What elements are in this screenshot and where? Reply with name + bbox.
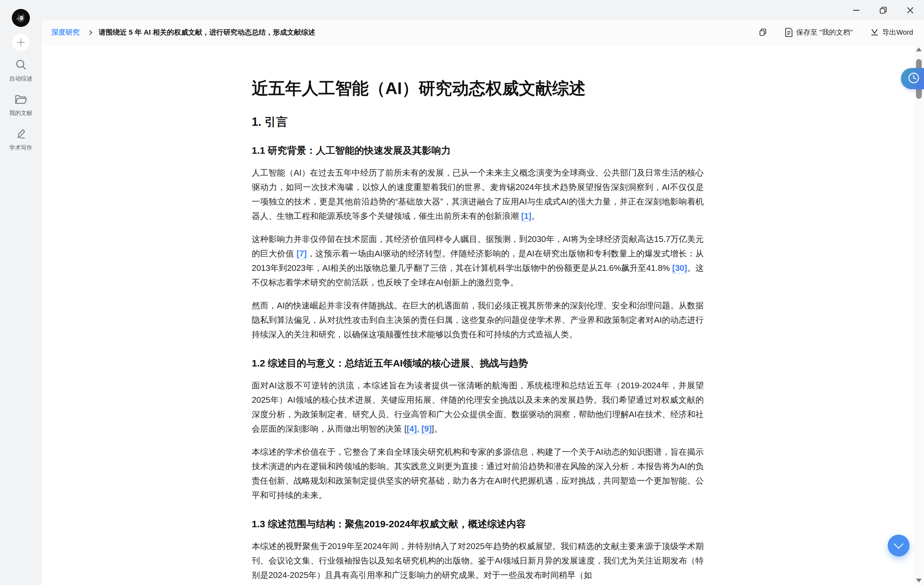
section-heading: 1.1 研究背景：人工智能的快速发展及其影响力	[252, 144, 704, 157]
scroll-to-bottom-button[interactable]	[888, 535, 909, 557]
sidebar-item-label: 学术写作	[9, 144, 33, 152]
citation-link[interactable]: [4]	[406, 424, 417, 435]
paragraph: 本综述的视野聚焦于2019年至2024年间，并特别纳入了对2025年趋势的权威展…	[252, 539, 704, 582]
scroll-up-arrow[interactable]	[916, 48, 922, 51]
folder-icon	[15, 94, 27, 107]
chevron-right-icon	[87, 30, 92, 35]
download-icon	[870, 28, 879, 37]
save-button[interactable]: 保存至 "我的文档"	[785, 28, 853, 37]
history-button[interactable]	[901, 68, 924, 89]
search-icon	[15, 59, 27, 72]
citation-link[interactable]: [9]	[422, 424, 432, 435]
app-logo[interactable]	[12, 9, 30, 27]
paragraph: 面对AI这股不可逆转的洪流，本综述旨在为读者提供一张清晰的航海图，系统梳理和总结…	[252, 378, 704, 436]
toolbar-actions: 保存至 "我的文档" 导出Word	[758, 28, 914, 37]
minimize-icon	[852, 6, 860, 15]
close-icon	[906, 6, 914, 15]
restore-icon	[879, 6, 888, 15]
export-button-label: 导出Word	[882, 28, 913, 37]
scroll-down-arrow[interactable]	[916, 578, 922, 582]
paragraph: 人工智能（AI）在过去五年中经历了前所未有的发展，已从一个未来主义概念演变为全球…	[252, 166, 704, 223]
breadcrumb-root-link[interactable]: 深度研究	[51, 28, 79, 37]
sidebar-item-my-literature[interactable]: 我的文献	[0, 94, 42, 117]
citation-link[interactable]: [1]	[521, 211, 531, 222]
main-panel: 深度研究 请围绕近 5 年 AI 相关的权威文献，进行研究动态总结，形成文献综述	[42, 21, 924, 585]
section-heading: 1.2 综述目的与意义：总结近五年AI领域的核心进展、挑战与趋势	[252, 357, 704, 369]
new-task-button[interactable]	[12, 34, 30, 51]
copy-button[interactable]	[758, 28, 767, 37]
section-heading: 1.3 综述范围与结构：聚焦2019-2024年权威文献，概述综述内容	[252, 518, 704, 530]
minimize-button[interactable]	[852, 6, 860, 15]
breadcrumb-task-title: 请围绕近 5 年 AI 相关的权威文献，进行研究动态总结，形成文献综述	[99, 28, 315, 37]
sidebar-item-academic-writing[interactable]: 学术写作	[0, 128, 42, 152]
save-button-label: 保存至 "我的文档"	[796, 28, 853, 37]
sidebar-item-label: 自动综述	[9, 75, 33, 82]
copy-icon	[758, 28, 767, 37]
sidebar-item-auto-review[interactable]: 自动综述	[0, 59, 42, 82]
chevron-down-icon	[894, 539, 903, 549]
paragraph: 这种影响力并非仅停留在技术层面，其经济价值同样令人瞩目。据预测，到2030年，A…	[252, 232, 704, 290]
document-icon	[785, 28, 793, 37]
section-heading: 1. 引言	[252, 115, 704, 129]
citation-link[interactable]: [7]	[296, 249, 307, 259]
pencil-icon	[15, 128, 27, 141]
document-viewport[interactable]: 近五年人工智能（AI）研究动态权威文献综述1. 引言1.1 研究背景：人工智能的…	[42, 45, 914, 585]
document-body: 近五年人工智能（AI）研究动态权威文献综述1. 引言1.1 研究背景：人工智能的…	[252, 45, 704, 582]
restore-button[interactable]	[879, 6, 888, 15]
toolbar: 深度研究 请围绕近 5 年 AI 相关的权威文献，进行研究动态总结，形成文献综述	[42, 21, 924, 44]
document-title: 近五年人工智能（AI）研究动态权威文献综述	[252, 78, 704, 98]
paragraph: 然而，AI的快速崛起并非没有伴随挑战。在巨大的机遇面前，我们必须正视其所带来的深…	[252, 298, 704, 342]
scrollbar[interactable]	[914, 45, 924, 585]
cat-mascot-logo-icon	[12, 9, 30, 27]
window-titlebar	[0, 0, 924, 21]
export-word-button[interactable]: 导出Word	[870, 28, 913, 37]
paragraph: 本综述的学术价值在于，它整合了来自全球顶尖研究机构和专家的多源信息，构建了一个关…	[252, 445, 704, 503]
clock-icon	[907, 71, 921, 86]
citation-link[interactable]: [30]	[672, 263, 687, 274]
sidebar-item-label: 我的文献	[9, 109, 33, 117]
close-button[interactable]	[906, 6, 914, 15]
sidebar: 自动综述 我的文献 学术写作	[0, 0, 42, 585]
